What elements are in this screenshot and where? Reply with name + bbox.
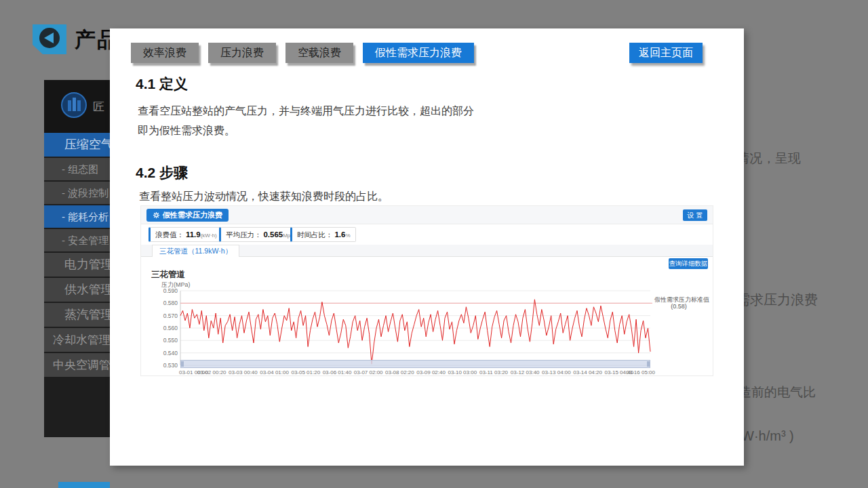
svg-text:0.550: 0.550: [163, 337, 178, 344]
svg-text:03-13 04:00: 03-13 04:00: [542, 369, 571, 375]
waste-tab[interactable]: 空载浪费: [285, 43, 353, 63]
svg-text:0.590: 0.590: [163, 287, 178, 294]
chart-datazoom-slider[interactable]: [180, 360, 650, 368]
dashboard-screenshot: 假性需求压力浪费 设 置 浪费值： 11.9(kW·h)平均压力： 0.565M…: [140, 205, 713, 376]
background-text-fragment: 需求压力浪费: [736, 291, 818, 309]
datazoom-left-handle[interactable]: [181, 361, 184, 367]
steps-text-line: 查看整站压力波动情况，快速获知浪费时段的占比。: [139, 190, 389, 204]
waste-tab-row: 效率浪费压力浪费空载浪费假性需求压力浪费: [131, 43, 474, 63]
definition-text-line: 查看空压站整站的产气压力，并与终端用气压力进行比较，超出的部分: [138, 104, 474, 119]
sidebar-logo-text: 匠: [93, 99, 104, 115]
svg-text:0.580: 0.580: [163, 300, 178, 306]
svg-text:0.570: 0.570: [163, 312, 178, 319]
waste-tab[interactable]: 假性需求压力浪费: [363, 43, 474, 63]
svg-text:03-12 03:40: 03-12 03:40: [511, 369, 540, 375]
section-heading-steps: 4.2 步骤: [136, 163, 188, 182]
back-button[interactable]: [33, 24, 66, 54]
definition-text-line: 即为假性需求浪费。: [138, 124, 235, 138]
svg-text:0.530: 0.530: [163, 362, 178, 369]
svg-text:0.560: 0.560: [163, 325, 178, 331]
svg-text:03-11 03:20: 03-11 03:20: [479, 369, 509, 375]
svg-text:03-04 01:00: 03-04 01:00: [260, 369, 289, 375]
svg-text:(0.58): (0.58): [671, 303, 687, 310]
svg-text:03-16 05:00: 03-16 05:00: [626, 369, 655, 375]
svg-text:03-08 02:20: 03-08 02:20: [385, 369, 414, 375]
svg-text:0.540: 0.540: [163, 350, 178, 357]
svg-text:03-02 00:20: 03-02 00:20: [197, 369, 226, 375]
svg-text:假性需求压力标准值: 假性需求压力标准值: [654, 296, 709, 303]
svg-text:03-07 02:00: 03-07 02:00: [354, 369, 383, 375]
waste-tab[interactable]: 效率浪费: [131, 43, 199, 63]
help-modal: 效率浪费压力浪费空载浪费假性需求压力浪费 返回主页面 4.1 定义 查看空压站整…: [110, 28, 744, 466]
waste-tab[interactable]: 压力浪费: [208, 43, 276, 63]
svg-text:03-05 01:20: 03-05 01:20: [291, 369, 320, 375]
svg-text:03-03 00:40: 03-03 00:40: [229, 369, 258, 375]
background-text-fragment: W·h/m³ ): [741, 428, 794, 444]
section-heading-definition: 4.1 定义: [136, 75, 188, 94]
svg-text:03-06 01:40: 03-06 01:40: [323, 369, 352, 375]
return-home-button[interactable]: 返回主页面: [629, 43, 703, 63]
pressure-line-chart: 0.5900.5800.5700.5600.5500.5400.53003-01…: [141, 206, 714, 377]
svg-text:03-10 03:00: 03-10 03:00: [448, 369, 477, 375]
bottom-accent-bar: [58, 482, 110, 488]
datazoom-right-handle[interactable]: [647, 361, 650, 367]
svg-text:03-14 04:20: 03-14 04:20: [573, 369, 602, 375]
background-text-fragment: 情况，呈现: [736, 150, 801, 167]
back-arrow-icon: [33, 24, 66, 54]
svg-text:03-09 02:40: 03-09 02:40: [416, 369, 446, 375]
background-text-fragment: 造前的电气比: [738, 384, 816, 401]
sidebar-logo-icon: [61, 92, 87, 118]
